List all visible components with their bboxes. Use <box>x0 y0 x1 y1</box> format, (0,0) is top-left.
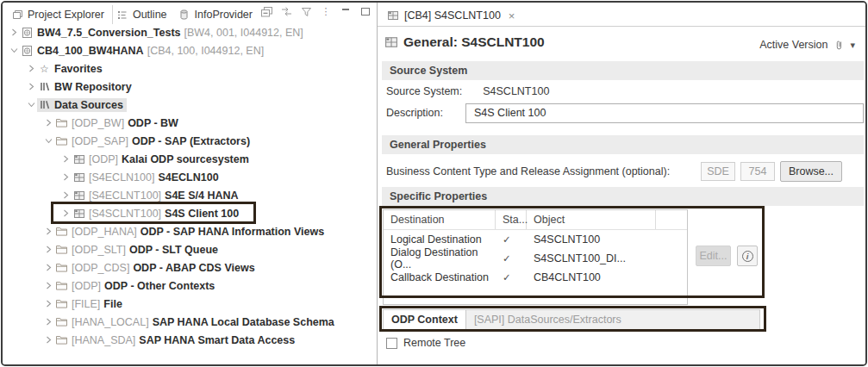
minimize-icon[interactable] <box>340 6 352 17</box>
tree-item-tech: [ODP_SAP] <box>72 135 128 147</box>
content-type-field[interactable]: SDE <box>701 162 735 181</box>
info-button[interactable]: i <box>737 246 758 266</box>
column-object[interactable]: Object <box>527 210 656 229</box>
browse-button[interactable]: Browse... <box>780 161 842 182</box>
odp-context-value[interactable]: [SAPI] DataSources/Extractors <box>466 310 759 329</box>
tree-item-body[interactable]: Data Sources <box>37 98 127 112</box>
chevron-down-icon[interactable] <box>8 47 20 54</box>
tree-item-body[interactable]: [HANA_LOCAL] SAP HANA Local Database Sch… <box>54 315 338 329</box>
source-system-row: Source System: S4SCLNT100 <box>386 85 549 97</box>
tree-item-s4eclnt100[interactable]: [S4ECLNT100] S4E S/4 HANA <box>3 186 375 204</box>
tree-item-hana-sda[interactable]: [HANA_SDA] SAP HANA Smart Data Access <box>3 331 375 349</box>
chevron-right-icon[interactable] <box>42 336 54 344</box>
chevron-right-icon[interactable] <box>42 227 54 235</box>
table-row[interactable]: Dialog Destination (O... ✓ S4SCLNT100_DI… <box>384 249 687 268</box>
release-field[interactable]: 754 <box>740 162 775 181</box>
view-menu-icon[interactable]: ⋮ <box>320 6 332 17</box>
tree-item-body[interactable]: [ODP] Kalai ODP sourcesystem <box>72 152 253 166</box>
chevron-right-icon[interactable] <box>42 282 54 289</box>
tree-item-bw4-project[interactable]: BW4_7.5_Conversion_Tests [BW4, 001, I044… <box>3 23 375 41</box>
tree-item-label: SAP HANA Smart Data Access <box>139 334 295 346</box>
tree-item-hana-local[interactable]: [HANA_LOCAL] SAP HANA Local Database Sch… <box>3 313 375 331</box>
tree-item-body[interactable]: [HANA_SDA] SAP HANA Smart Data Access <box>54 333 298 347</box>
version-label: Active Version <box>759 39 827 51</box>
collapse-all-icon[interactable] <box>260 6 272 17</box>
chevron-right-icon[interactable] <box>42 246 54 253</box>
tree-item-odp-kalai[interactable]: [ODP] Kalai ODP sourcesystem <box>3 150 375 168</box>
chevron-down-icon[interactable]: ▾ <box>850 40 855 51</box>
maximize-icon[interactable] <box>359 6 372 17</box>
tree-item-body[interactable]: BW4_7.5_Conversion_Tests [BW4, 001, I044… <box>20 26 307 40</box>
tree-item-bw-repository[interactable]: BW Repository <box>3 78 375 96</box>
tree-item-body[interactable]: [ODP_SAP] ODP - SAP (Extractors) <box>54 134 253 148</box>
tree-item-data-sources[interactable]: Data Sources <box>3 96 375 114</box>
paperclip-icon <box>833 40 845 51</box>
tree-item-tech: [HANA_SDA] <box>72 334 135 346</box>
chevron-down-icon[interactable] <box>25 101 37 109</box>
tree-item-odp-bw[interactable]: [ODP_BW] ODP - BW <box>3 114 375 132</box>
column-status[interactable]: Sta... <box>496 210 527 229</box>
tree-item-body[interactable]: [ODP_HANA] ODP - SAP HANA Information Vi… <box>54 225 328 239</box>
editor-tab-s4sclnt100[interactable]: [CB4] S4SCLNT100 × <box>384 6 521 25</box>
check-icon: ✓ <box>496 268 527 287</box>
tree-item-label: ODP - Other Contexts <box>104 280 215 292</box>
chevron-right-icon[interactable] <box>59 209 72 217</box>
tree-item-file[interactable]: [FILE] File <box>3 295 375 313</box>
tab-infoprovider[interactable]: InfoProvider <box>175 5 260 24</box>
tree-item-s4sclnt100[interactable]: [S4SCLNT100] S4S Client 100 <box>3 204 375 222</box>
section-general-properties: General Properties <box>382 135 864 154</box>
tree-item-body[interactable]: [ODP_CDS] ODP - ABAP CDS Views <box>54 261 259 275</box>
destination-table[interactable]: Destination Sta... Object Logical Destin… <box>383 209 688 305</box>
chevron-right-icon[interactable] <box>25 83 37 90</box>
version-selector[interactable]: Active Version ▾ <box>759 39 855 51</box>
cell-destination: Dialog Destination (O... <box>384 249 496 268</box>
tree-item-body[interactable]: [FILE] File <box>54 297 126 311</box>
chevron-right-icon[interactable] <box>42 318 54 326</box>
table-row[interactable]: Callback Destination ✓ CB4CLNT100 <box>384 268 687 287</box>
chevron-down-icon[interactable] <box>42 137 54 145</box>
tree-item-body[interactable]: [S4ECLN100] S4ECLN100 <box>72 171 222 184</box>
remote-tree-checkbox[interactable] <box>386 338 397 349</box>
tree-item-odp-slt[interactable]: [ODP_SLT] ODP - SLT Queue <box>3 240 375 258</box>
section-specific-properties: Specific Properties <box>382 187 864 206</box>
check-icon: ✓ <box>496 230 527 249</box>
tree-item-cb4-project[interactable]: CB4_100_BW4HANA [CB4, 100, I044912, EN] <box>3 41 375 59</box>
tree-item-tech: [ODP_SLT] <box>72 244 126 256</box>
tree-item-s4ecln100[interactable]: [S4ECLN100] S4ECLN100 <box>3 168 375 186</box>
tree-item-body[interactable]: CB4_100_BW4HANA [CB4, 100, I044912, EN] <box>20 44 267 58</box>
tree-item-body[interactable]: ☆ Favorites <box>37 62 106 76</box>
tab-outline[interactable]: Outline <box>113 5 175 24</box>
description-input[interactable]: S4S Client 100 <box>465 103 864 123</box>
tree-item-favorites[interactable]: ☆ Favorites <box>3 59 375 78</box>
close-icon[interactable]: × <box>509 9 515 22</box>
chevron-right-icon[interactable] <box>59 155 72 163</box>
repository-icon <box>38 82 51 91</box>
chevron-right-icon[interactable] <box>59 191 72 199</box>
tree-item-body[interactable]: [S4SCLNT100] S4S Client 100 <box>72 207 242 221</box>
source-system-icon <box>385 37 397 48</box>
column-destination[interactable]: Destination <box>384 210 496 229</box>
chevron-right-icon[interactable] <box>42 264 54 271</box>
filter-icon[interactable] <box>300 6 312 17</box>
tab-project-explorer[interactable]: Project Explorer <box>8 5 113 24</box>
remote-tree-row: Remote Tree <box>386 337 465 349</box>
tree-item-body[interactable]: [ODP_BW] ODP - BW <box>54 116 182 130</box>
chevron-right-icon[interactable] <box>59 173 72 181</box>
chevron-right-icon[interactable] <box>42 119 54 127</box>
tree-item-odp-sap[interactable]: [ODP_SAP] ODP - SAP (Extractors) <box>3 132 375 150</box>
chevron-right-icon[interactable] <box>25 65 37 72</box>
folder-icon <box>55 263 68 272</box>
chevron-right-icon[interactable] <box>8 28 20 36</box>
edit-button[interactable]: Edit... <box>696 246 731 266</box>
folder-icon <box>55 299 68 308</box>
tree-item-body[interactable]: [S4ECLNT100] S4E S/4 HANA <box>72 189 242 202</box>
tree-item-odp-cds[interactable]: [ODP_CDS] ODP - ABAP CDS Views <box>3 258 375 277</box>
chevron-right-icon[interactable] <box>42 300 54 308</box>
tree-item-body[interactable]: [ODP_SLT] ODP - SLT Queue <box>54 243 222 257</box>
tree-item-odp-other[interactable]: [ODP] ODP - Other Contexts <box>3 277 375 295</box>
link-with-editor-icon[interactable] <box>280 6 292 17</box>
tree-item-body[interactable]: BW Repository <box>37 80 135 94</box>
tree-item-body[interactable]: [ODP] ODP - Other Contexts <box>54 279 218 293</box>
tree-item-odp-hana[interactable]: [ODP_HANA] ODP - SAP HANA Information Vi… <box>3 222 375 240</box>
info-icon: i <box>742 251 753 262</box>
